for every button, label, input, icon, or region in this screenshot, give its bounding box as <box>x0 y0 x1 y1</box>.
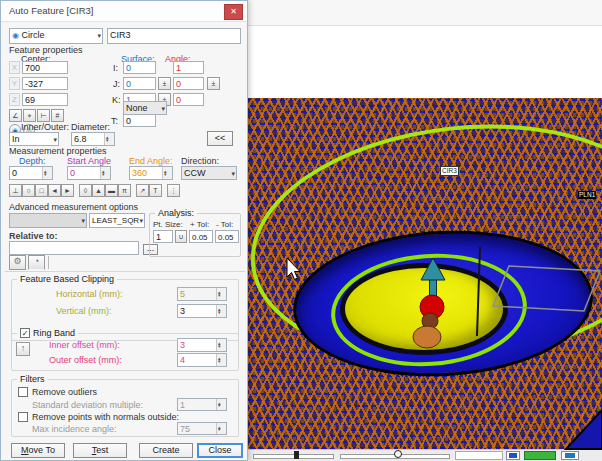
pt-size-label: Pt. Size: <box>153 220 183 229</box>
outer-offset-spinner[interactable] <box>216 354 226 366</box>
plus-tol-input[interactable]: 0.05 <box>189 230 213 243</box>
max-incidence-spinner <box>216 423 226 434</box>
inner-outer-value: In <box>12 134 20 144</box>
ring-band-legend: ✓ Ring Band <box>17 328 78 338</box>
depth-input[interactable]: 0 <box>9 166 53 180</box>
ring-band-direction-icon[interactable]: ↑ <box>16 342 30 356</box>
feature-name-input[interactable]: CIR3 <box>107 28 241 44</box>
graphics-viewport[interactable]: CIR3 PLN1 <box>248 0 602 461</box>
direction-combobox[interactable]: CCW <box>181 166 237 180</box>
start-angle-label: Start Angle <box>67 156 111 166</box>
sample-hits-icon[interactable]: ◊ <box>79 184 92 197</box>
remove-normals-label: Remove points with normals outside: <box>32 412 179 422</box>
test-button[interactable]: Test <box>73 443 127 458</box>
auto-move-icon[interactable]: ↗ <box>136 184 149 197</box>
tab-settings-icon[interactable]: ⚙ <box>9 255 26 270</box>
std-dev-value: 1 <box>180 400 185 410</box>
dialog-title: Auto Feature [CIR3] <box>9 5 93 16</box>
angle-k-input[interactable]: 0 <box>173 93 204 106</box>
inner-outer-combobox[interactable]: In <box>9 132 59 146</box>
minus-tol-input[interactable]: 0.05 <box>215 230 239 243</box>
horizontal-label: Horizontal (mm): <box>56 289 123 299</box>
surface-i-input[interactable]: 0 <box>123 61 156 74</box>
center-x-input[interactable]: 700 <box>22 61 68 74</box>
algorithm-combobox[interactable]: LEAST_SQR <box>89 213 145 228</box>
max-incidence-label: Max incidence angle: <box>32 424 117 434</box>
more-options-icon[interactable]: ⋮ <box>167 184 180 197</box>
k-label: K: <box>112 95 121 105</box>
vertical-spinner[interactable] <box>216 305 226 317</box>
end-angle-input[interactable]: 360 <box>129 166 173 180</box>
angle-j-input[interactable]: 0 <box>173 77 204 90</box>
flip-angle-vector-icon[interactable]: ± <box>207 77 220 90</box>
filters-label: Filters <box>17 374 48 384</box>
inner-offset-input[interactable]: 3 <box>177 338 227 352</box>
collapse-dialog-button[interactable]: << <box>207 131 233 146</box>
vertical-input[interactable]: 3 <box>177 304 227 318</box>
polar-mode-icon[interactable]: ⌖ <box>23 109 36 122</box>
mouse-cursor <box>248 0 602 461</box>
max-incidence-input: 75 <box>177 422 227 435</box>
start-angle-spinner[interactable] <box>100 167 110 179</box>
depth-label: Depth: <box>19 156 46 166</box>
cartesian-mode-icon[interactable]: ∠ <box>9 109 22 122</box>
center-z-input[interactable]: 69 <box>22 93 68 106</box>
offset-mode-icon[interactable]: ⊢ <box>37 109 50 122</box>
move-to-button[interactable]: Move To <box>11 443 65 458</box>
start-angle-input[interactable]: 0 <box>67 166 111 180</box>
inner-offset-value: 3 <box>180 340 185 350</box>
tab-clipping-icon[interactable]: ◔ <box>28 255 45 270</box>
dialog-titlebar[interactable]: Auto Feature [CIR3] ✕ <box>1 1 247 22</box>
feature-type-combobox[interactable]: ◉ Circle <box>9 28 103 44</box>
approach-left-icon[interactable]: ◄ <box>48 184 61 197</box>
std-dev-label: Standard deviation multiple: <box>32 400 143 410</box>
pi-measure-icon[interactable]: π <box>118 184 131 197</box>
horizontal-value: 5 <box>180 289 185 299</box>
approach-right-icon[interactable]: ► <box>61 184 74 197</box>
pt-size-unit-icon[interactable]: ∪ <box>175 230 187 243</box>
angle-i-input[interactable]: 1 <box>173 61 204 74</box>
remove-outliers-checkbox[interactable] <box>18 387 28 397</box>
end-angle-spinner[interactable] <box>162 167 172 179</box>
vertical-label: Vertical (mm): <box>56 306 112 316</box>
depth-spinner[interactable] <box>42 167 52 179</box>
direction-value: CCW <box>184 168 206 178</box>
diameter-spinner[interactable] <box>104 133 114 145</box>
depth-move-icon[interactable]: ▬ <box>105 184 118 197</box>
inner-offset-spinner[interactable] <box>216 339 226 351</box>
std-dev-input: 1 <box>177 398 227 411</box>
surface-j-input[interactable]: 0 <box>123 77 156 90</box>
flip-surface-vector-icon[interactable]: ± <box>158 77 171 90</box>
close-icon[interactable]: ✕ <box>224 4 243 20</box>
circle-path-icon[interactable]: ○ <box>22 184 35 197</box>
t-value-input[interactable]: 0 <box>123 114 156 127</box>
diameter-input[interactable]: 6.8 <box>71 132 115 146</box>
ring-band-checkbox[interactable]: ✓ <box>20 328 30 338</box>
grid-mode-icon[interactable]: # <box>51 109 64 122</box>
app-window: CIR3 PLN1 Auto Feature [CIR3] ✕ ◉ Circle <box>0 0 602 461</box>
close-button[interactable]: Close <box>197 443 243 458</box>
end-angle-label: End Angle: <box>129 156 173 166</box>
snap-combobox[interactable]: None <box>123 101 167 115</box>
filter-combobox[interactable] <box>9 213 87 228</box>
vector-probe-icon[interactable]: ⊥ <box>9 184 22 197</box>
feature-type-value: Circle <box>22 30 45 40</box>
text-label-icon[interactable]: T <box>149 184 162 197</box>
remove-normals-checkbox[interactable] <box>18 412 28 422</box>
relative-to-label: Relative to: <box>9 231 58 241</box>
outer-offset-input[interactable]: 4 <box>177 353 227 367</box>
ring-band-label: Ring Band <box>33 328 75 338</box>
avoidance-move-icon[interactable]: ▲ <box>92 184 105 197</box>
max-incidence-value: 75 <box>180 424 190 434</box>
circle-feature-icon: ◉ <box>12 31 19 40</box>
end-angle-value: 360 <box>132 168 147 178</box>
i-label: I: <box>113 63 118 73</box>
analysis-group: Analysis: Pt. Size: + Tol: - Tol: 1 ∪ 0.… <box>149 213 241 257</box>
relative-to-input[interactable] <box>9 241 139 255</box>
outer-offset-label: Outer offset (mm): <box>49 355 122 365</box>
center-y-input[interactable]: -327 <box>22 77 68 90</box>
feature-based-clipping-label: Feature Based Clipping <box>17 274 117 284</box>
create-button[interactable]: Create <box>139 443 193 458</box>
box-path-icon[interactable]: □ <box>35 184 48 197</box>
pt-size-input[interactable]: 1 <box>153 230 173 243</box>
